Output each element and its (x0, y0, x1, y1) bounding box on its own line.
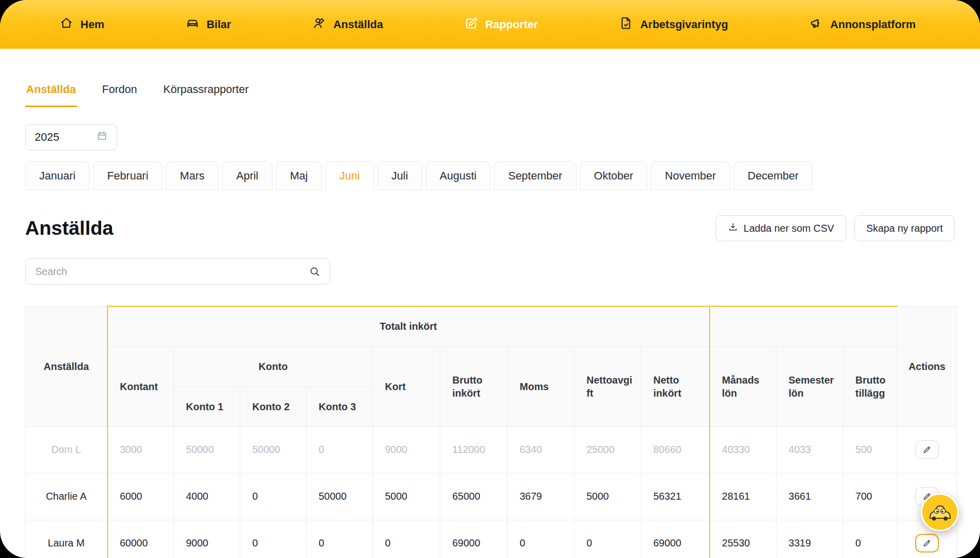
nav-item-hem[interactable]: Hem (59, 16, 105, 33)
download-csv-button[interactable]: Ladda ner som CSV (716, 215, 846, 241)
header-kort: Kort (373, 346, 440, 426)
table-row: Dom L30005000050000090001120006340250008… (26, 426, 957, 473)
header-kontant: Kontant (108, 346, 174, 426)
value-cell: 65000 (440, 473, 508, 520)
title-row: Anställda Ladda ner som CSV Skapa ny rap… (25, 215, 955, 241)
app-window: Hem Bilar Anställda Rapporter Arbetsgiva… (0, 0, 980, 558)
month-tab-december[interactable]: December (734, 161, 813, 190)
month-tab-juni[interactable]: Juni (325, 161, 373, 190)
nav-item-label: Arbetsgivarintyg (640, 18, 728, 31)
month-tab-januari[interactable]: Januari (25, 161, 89, 190)
month-tab-november[interactable]: November (651, 161, 730, 190)
month-tab-maj[interactable]: Maj (276, 161, 322, 190)
nav-item-anstallda[interactable]: Anställda (312, 16, 383, 33)
year-select-value: 2025 (35, 131, 59, 144)
nav-item-label: Hem (80, 18, 105, 31)
nav-item-label: Annonsplatform (830, 18, 916, 31)
value-cell: 25530 (710, 520, 776, 558)
value-cell: 3000 (108, 426, 174, 473)
month-tab-april[interactable]: April (222, 161, 272, 190)
employee-name-cell: Dom L (26, 426, 108, 473)
employees-icon (312, 16, 326, 33)
month-tab-juli[interactable]: Juli (377, 161, 422, 190)
table-row: Laura M600009000000690000069000255303319… (26, 520, 957, 558)
value-cell: 6000 (108, 473, 174, 520)
nav-item-arbetsgivarintyg[interactable]: Arbetsgivarintyg (619, 16, 728, 33)
value-cell: 0 (508, 520, 574, 558)
nav-item-annonsplatform[interactable]: Annonsplatform (809, 16, 916, 33)
value-cell: 69000 (641, 520, 710, 558)
year-select[interactable]: 2025 (25, 124, 117, 150)
header-actions: Actions (898, 306, 957, 426)
header-konto: Konto (174, 346, 373, 387)
table-row: Charlie A6000400005000050006500036795000… (26, 473, 957, 520)
header-employee: Anställda (26, 306, 108, 426)
page-title: Anställda (25, 217, 114, 239)
nav-item-rapporter[interactable]: Rapporter (464, 16, 538, 33)
value-cell: 5000 (373, 473, 440, 520)
search-input[interactable] (25, 258, 330, 285)
header-konto3: Konto 3 (307, 387, 373, 426)
value-cell: 0 (240, 520, 307, 558)
value-cell: 700 (843, 473, 898, 520)
value-cell: 0 (240, 473, 307, 520)
value-cell: 3661 (776, 473, 843, 520)
value-cell: 50000 (174, 426, 240, 473)
edit-row-button[interactable] (915, 534, 939, 552)
value-cell: 3319 (776, 520, 843, 558)
value-cell: 0 (843, 520, 898, 558)
month-tab-mars[interactable]: Mars (166, 161, 219, 190)
value-cell: 4000 (174, 473, 240, 520)
month-tab-september[interactable]: September (494, 161, 576, 190)
header-group-salary-spacer (710, 306, 898, 346)
tab-korpassrapporter[interactable]: Körpassrapporter (162, 83, 250, 107)
header-manadslon: Månads lön (710, 346, 776, 426)
header-brutto-tillagg: Brutto tillägg (843, 346, 898, 426)
nav-item-label: Rapporter (485, 18, 538, 31)
value-cell: 4033 (776, 426, 843, 473)
mascot-chat-button[interactable] (921, 493, 959, 531)
edit-row-button[interactable] (915, 440, 939, 459)
month-tab-augusti[interactable]: Augusti (426, 161, 491, 190)
page-content: Anställda Fordon Körpassrapporter 2025 J… (0, 83, 980, 558)
car-mascot-icon (924, 496, 955, 529)
create-report-button[interactable]: Skapa ny rapport (854, 215, 955, 241)
header-konto1: Konto 1 (174, 387, 240, 426)
value-cell: 0 (307, 520, 373, 558)
value-cell: 500 (843, 426, 898, 473)
tab-fordon[interactable]: Fordon (101, 83, 138, 107)
value-cell: 0 (574, 520, 641, 558)
month-tab-oktober[interactable]: Oktober (580, 161, 647, 190)
value-cell: 69000 (440, 520, 508, 558)
create-report-label: Skapa ny rapport (866, 223, 943, 234)
top-navigation: Hem Bilar Anställda Rapporter Arbetsgiva… (0, 0, 980, 49)
megaphone-icon (809, 16, 823, 33)
value-cell: 3679 (508, 473, 574, 520)
employees-table: Anställda Totalt inkört Actions Kontant … (25, 306, 957, 558)
download-csv-label: Ladda ner som CSV (744, 223, 834, 234)
download-icon (728, 222, 738, 235)
value-cell: 0 (307, 426, 373, 473)
value-cell: 112000 (440, 426, 508, 473)
month-tabs: JanuariFebruariMarsAprilMajJuniJuliAugus… (25, 161, 955, 190)
value-cell: 5000 (574, 473, 641, 520)
actions-cell (898, 426, 957, 473)
nav-item-label: Bilar (207, 18, 231, 31)
nav-item-bilar[interactable]: Bilar (185, 16, 231, 33)
header-group-totalt-inkort: Totalt inkört (108, 306, 710, 346)
header-moms: Moms (508, 346, 574, 426)
car-icon (185, 16, 200, 33)
value-cell: 50000 (240, 426, 307, 473)
home-icon (59, 16, 73, 33)
reports-icon (464, 16, 478, 33)
month-tab-februari[interactable]: Februari (93, 161, 162, 190)
employee-name-cell: Charlie A (26, 473, 108, 520)
section-tabs: Anställda Fordon Körpassrapporter (25, 83, 955, 107)
value-cell: 40330 (710, 426, 776, 473)
value-cell: 25000 (574, 426, 641, 473)
nav-item-label: Anställda (333, 18, 383, 31)
search-box (25, 258, 330, 285)
value-cell: 50000 (307, 473, 373, 520)
header-konto2: Konto 2 (240, 387, 307, 426)
tab-anstallda[interactable]: Anställda (25, 83, 77, 107)
